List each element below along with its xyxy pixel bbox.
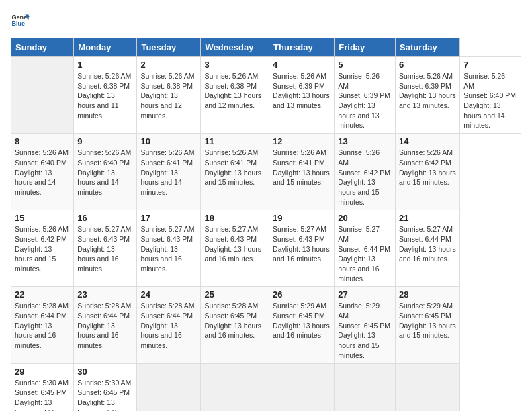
calendar-day-7: 7Sunrise: 5:26 AMSunset: 6:40 PMDaylight…	[460, 57, 521, 134]
calendar-week-3: 15Sunrise: 5:26 AMSunset: 6:42 PMDayligh…	[11, 210, 521, 287]
calendar-day-22: 22Sunrise: 5:28 AMSunset: 6:44 PMDayligh…	[11, 287, 74, 363]
svg-text:Blue: Blue	[11, 20, 25, 27]
calendar-day-21: 21Sunrise: 5:27 AMSunset: 6:44 PMDayligh…	[396, 210, 460, 287]
calendar-day-3: 3Sunrise: 5:26 AMSunset: 6:38 PMDaylight…	[201, 57, 269, 134]
calendar-header-row: SundayMondayTuesdayWednesdayThursdayFrid…	[11, 38, 521, 57]
calendar-header-monday: Monday	[74, 38, 137, 57]
calendar-header-sunday: Sunday	[11, 38, 74, 57]
calendar-day-17: 17Sunrise: 5:27 AMSunset: 6:43 PMDayligh…	[137, 210, 201, 287]
calendar-table: SundayMondayTuesdayWednesdayThursdayFrid…	[11, 38, 521, 411]
calendar-week-5: 29Sunrise: 5:30 AMSunset: 6:45 PMDayligh…	[11, 363, 521, 411]
calendar-week-4: 22Sunrise: 5:28 AMSunset: 6:44 PMDayligh…	[11, 287, 521, 363]
calendar-day-19: 19Sunrise: 5:27 AMSunset: 6:43 PMDayligh…	[269, 210, 335, 287]
empty-cell	[137, 363, 201, 411]
calendar-day-13: 13Sunrise: 5:26 AMSunset: 6:42 PMDayligh…	[335, 134, 396, 210]
calendar-day-23: 23Sunrise: 5:28 AMSunset: 6:44 PMDayligh…	[74, 287, 137, 363]
empty-cell	[335, 363, 396, 411]
calendar-day-26: 26Sunrise: 5:29 AMSunset: 6:45 PMDayligh…	[269, 287, 335, 363]
calendar-day-6: 6Sunrise: 5:26 AMSunset: 6:39 PMDaylight…	[396, 57, 460, 134]
calendar-week-2: 8Sunrise: 5:26 AMSunset: 6:40 PMDaylight…	[11, 134, 521, 210]
calendar-day-11: 11Sunrise: 5:26 AMSunset: 6:41 PMDayligh…	[201, 134, 269, 210]
calendar-day-20: 20Sunrise: 5:27 AMSunset: 6:44 PMDayligh…	[335, 210, 396, 287]
calendar-week-1: 1Sunrise: 5:26 AMSunset: 6:38 PMDaylight…	[11, 57, 521, 134]
calendar-header-friday: Friday	[335, 38, 396, 57]
calendar-header-thursday: Thursday	[269, 38, 335, 57]
calendar-header-saturday: Saturday	[396, 38, 460, 57]
calendar-day-18: 18Sunrise: 5:27 AMSunset: 6:43 PMDayligh…	[201, 210, 269, 287]
page-header: General Blue	[11, 11, 521, 30]
calendar-header-wednesday: Wednesday	[201, 38, 269, 57]
empty-cell	[396, 363, 460, 411]
calendar-day-10: 10Sunrise: 5:26 AMSunset: 6:41 PMDayligh…	[137, 134, 201, 210]
calendar-day-4: 4Sunrise: 5:26 AMSunset: 6:39 PMDaylight…	[269, 57, 335, 134]
calendar-day-15: 15Sunrise: 5:26 AMSunset: 6:42 PMDayligh…	[11, 210, 74, 287]
empty-cell	[201, 363, 269, 411]
empty-cell	[11, 57, 74, 134]
calendar-day-2: 2Sunrise: 5:26 AMSunset: 6:38 PMDaylight…	[137, 57, 201, 134]
empty-cell	[269, 363, 335, 411]
calendar-day-9: 9Sunrise: 5:26 AMSunset: 6:40 PMDaylight…	[74, 134, 137, 210]
calendar-day-5: 5Sunrise: 5:26 AMSunset: 6:39 PMDaylight…	[335, 57, 396, 134]
calendar-day-25: 25Sunrise: 5:28 AMSunset: 6:45 PMDayligh…	[201, 287, 269, 363]
logo: General Blue	[11, 11, 32, 30]
calendar-day-14: 14Sunrise: 5:26 AMSunset: 6:42 PMDayligh…	[396, 134, 460, 210]
calendar-day-1: 1Sunrise: 5:26 AMSunset: 6:38 PMDaylight…	[74, 57, 137, 134]
calendar-day-24: 24Sunrise: 5:28 AMSunset: 6:44 PMDayligh…	[137, 287, 201, 363]
logo-icon: General Blue	[11, 11, 30, 30]
calendar-day-28: 28Sunrise: 5:29 AMSunset: 6:45 PMDayligh…	[396, 287, 460, 363]
calendar-day-16: 16Sunrise: 5:27 AMSunset: 6:43 PMDayligh…	[74, 210, 137, 287]
calendar-day-8: 8Sunrise: 5:26 AMSunset: 6:40 PMDaylight…	[11, 134, 74, 210]
calendar-day-29: 29Sunrise: 5:30 AMSunset: 6:45 PMDayligh…	[11, 363, 74, 411]
calendar-day-30: 30Sunrise: 5:30 AMSunset: 6:45 PMDayligh…	[74, 363, 137, 411]
calendar-day-12: 12Sunrise: 5:26 AMSunset: 6:41 PMDayligh…	[269, 134, 335, 210]
calendar-day-27: 27Sunrise: 5:29 AMSunset: 6:45 PMDayligh…	[335, 287, 396, 363]
calendar-header-tuesday: Tuesday	[137, 38, 201, 57]
